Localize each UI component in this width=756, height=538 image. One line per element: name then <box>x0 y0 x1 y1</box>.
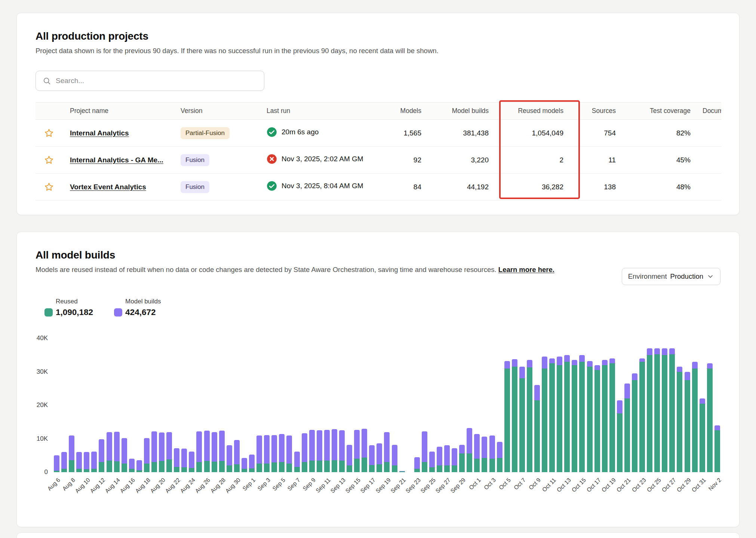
reused-segment <box>264 464 270 472</box>
x-axis-tick: Aug 30 <box>224 477 242 494</box>
reused-segment <box>129 469 135 472</box>
project-row: Vortex Event Analytics Fusion Nov 3, 202… <box>36 174 721 201</box>
chart-bar <box>332 338 337 472</box>
favorite-star-icon[interactable] <box>44 128 54 138</box>
reused-segment <box>166 459 172 472</box>
reused-segment <box>219 461 225 472</box>
chart-bar <box>122 338 127 472</box>
chart-bar <box>362 338 367 472</box>
x-axis-tick: Aug 26 <box>194 477 212 494</box>
builds-segment <box>181 449 187 467</box>
builds-segment <box>174 448 179 467</box>
chart-bar <box>196 338 202 472</box>
all-model-builds-card: All model builds Models are reused inste… <box>16 232 740 527</box>
chart-bar <box>309 338 315 472</box>
x-axis-tick: Nov 2 <box>707 477 722 492</box>
x-axis-tick: Oct 1 <box>467 477 482 491</box>
builds-segment <box>279 434 285 462</box>
projects-table-header-row: Project nameVersionLast runModelsModel b… <box>36 103 721 120</box>
builds-segment <box>594 365 600 370</box>
chart-bar <box>624 338 630 472</box>
y-axis-tick: 30K <box>37 368 48 376</box>
environment-dropdown[interactable]: Environment Production <box>622 268 720 285</box>
chart-bar <box>564 338 570 472</box>
x-axis-tick: Sep 21 <box>389 477 407 494</box>
reused-segment <box>144 464 150 472</box>
y-axis-tick: 10K <box>37 435 48 443</box>
builds-segment <box>286 435 292 464</box>
reused-segment <box>504 369 510 472</box>
x-axis-tick: Oct 17 <box>586 477 602 493</box>
column-header-sources: Sources <box>569 103 622 120</box>
reused-segment <box>707 369 713 472</box>
chart-bar <box>482 338 487 472</box>
project-name-link[interactable]: Internal Analytics - GA Me... <box>70 156 163 164</box>
chart-bar <box>602 338 608 472</box>
reused-segment <box>91 469 97 472</box>
project-row: Internal Analytics Partial-Fusion 20m 6s… <box>36 120 721 147</box>
column-header-lastrun: Last run <box>261 103 384 120</box>
chart-bar <box>234 338 240 472</box>
reused-segment <box>204 461 210 472</box>
project-name-link[interactable]: Vortex Event Analytics <box>70 183 146 191</box>
model-builds-chart: 010K20K30K40K Aug 6Aug 8Aug 10Aug 12Aug … <box>36 338 720 507</box>
sources-value: 138 <box>569 174 622 201</box>
chart-bar <box>76 338 82 472</box>
search-input[interactable] <box>56 77 257 85</box>
next-card-peek <box>16 532 740 538</box>
chart-bar <box>512 338 517 472</box>
x-axis-tick: Aug 6 <box>46 477 61 492</box>
reused-segment <box>632 380 637 472</box>
x-axis-tick: Oct 15 <box>571 477 587 493</box>
chart-bar <box>294 338 300 472</box>
x-axis-tick: Sep 19 <box>374 477 392 494</box>
x-axis-tick: Aug 28 <box>209 477 227 494</box>
x-axis-tick: Sep 13 <box>329 477 347 494</box>
chart-bar <box>181 338 187 472</box>
chart-bar <box>54 338 59 472</box>
environment-label: Environment <box>628 272 667 281</box>
chart-bar <box>497 338 503 472</box>
chart-bar <box>69 338 74 472</box>
x-axis-tick: Sep 25 <box>419 477 437 494</box>
reused-segment <box>482 458 487 472</box>
chart-bar <box>422 338 427 472</box>
builds-segment <box>519 367 525 378</box>
x-axis-tick: Sep 7 <box>286 477 302 492</box>
x-axis-tick: Oct 13 <box>555 477 572 493</box>
reused-segment <box>174 467 179 472</box>
reused-segment <box>534 400 540 472</box>
search-icon <box>43 77 51 85</box>
builds-segment <box>242 458 247 469</box>
search-box <box>36 71 264 91</box>
x-axis-tick: Sep 29 <box>449 477 467 494</box>
chart-bar <box>61 338 67 472</box>
last-run-text: 20m 6s ago <box>282 128 319 136</box>
reused-segment <box>317 461 322 472</box>
learn-more-link[interactable]: Learn more here. <box>498 266 554 273</box>
chart-bar <box>519 338 525 472</box>
y-axis-tick: 40K <box>37 334 48 342</box>
reused-segment <box>624 398 630 472</box>
favorite-star-icon[interactable] <box>44 182 54 192</box>
favorite-star-icon[interactable] <box>44 155 54 165</box>
builds-segment <box>512 359 517 367</box>
reused-segment <box>617 413 623 472</box>
chart-bar <box>392 338 397 472</box>
reused-segment <box>196 462 202 472</box>
project-name-link[interactable]: Internal Analytics <box>70 129 129 137</box>
legend-reused-label: Reused <box>56 298 93 305</box>
legend-item-reused: Reused 1,090,182 <box>44 298 93 317</box>
column-header-reused: Reused models <box>495 103 569 120</box>
column-header-name: Project name <box>62 103 175 120</box>
chart-bar <box>159 338 165 472</box>
builds-segment <box>294 452 300 467</box>
builds-segment <box>482 437 487 458</box>
chart-bar <box>707 338 713 472</box>
builds-segment <box>377 443 382 464</box>
x-axis-tick: Oct 7 <box>513 477 527 491</box>
chart-bar <box>692 338 698 472</box>
chart-bar <box>324 338 330 472</box>
x-axis-tick: Sep 5 <box>271 477 287 492</box>
builds-segment <box>354 430 360 459</box>
